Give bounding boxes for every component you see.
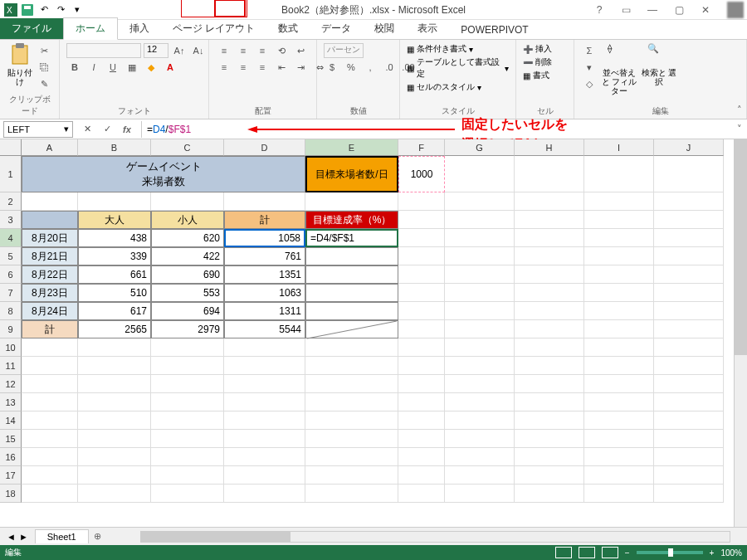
zoom-out-icon[interactable]: − <box>625 548 630 558</box>
view-pagebreak-icon[interactable] <box>602 547 618 558</box>
row-header[interactable]: 6 <box>0 265 22 284</box>
row-header[interactable]: 7 <box>0 284 22 302</box>
cell[interactable]: 計 <box>224 211 305 229</box>
format-cells-button[interactable]: ▦ 書式 <box>523 70 549 81</box>
sort-filter-button[interactable]: ⟠ 並べ替えと フィルター <box>601 43 637 95</box>
minimize-icon[interactable]: — <box>642 2 662 17</box>
horizontal-scrollbar[interactable] <box>140 531 730 543</box>
increase-font-icon[interactable]: A↑ <box>171 43 188 58</box>
font-color-button[interactable]: A <box>162 60 178 75</box>
ribbon-options-icon[interactable]: ▭ <box>616 2 636 17</box>
cell[interactable]: 大人 <box>78 211 151 229</box>
underline-button[interactable]: U <box>105 60 121 75</box>
name-box[interactable]: LEFT▾ <box>3 121 73 138</box>
col-header[interactable]: E <box>305 139 398 156</box>
col-header[interactable]: I <box>584 139 654 156</box>
align-mid-icon[interactable]: ≡ <box>235 43 251 58</box>
qat-dropdown-icon[interactable]: ▾ <box>70 2 85 17</box>
percent-icon[interactable]: % <box>343 60 359 75</box>
align-left-icon[interactable]: ≡ <box>216 60 232 75</box>
copy-icon[interactable]: ⿻ <box>36 60 52 75</box>
cancel-edit-icon[interactable]: ✕ <box>80 122 95 137</box>
cell-D4[interactable]: 1058 <box>224 229 305 247</box>
tab-powerpivot[interactable]: POWERPIVOT <box>449 21 540 39</box>
cell-goal-label[interactable]: 目標来場者数/日 <box>305 156 398 192</box>
scroll-thumb[interactable] <box>141 532 290 542</box>
sheet-nav-prev-icon[interactable]: ◄ <box>7 532 16 542</box>
inc-decimal-icon[interactable]: .0 <box>381 60 398 75</box>
view-normal-icon[interactable] <box>555 547 572 558</box>
row-header[interactable]: 8 <box>0 302 22 320</box>
cell[interactable]: 小人 <box>151 211 224 229</box>
select-all-corner[interactable] <box>0 139 22 156</box>
font-name-combo[interactable] <box>66 43 141 58</box>
row-header[interactable]: 4 <box>0 229 22 247</box>
cell-E4-active[interactable]: =D4/$F$1 <box>305 229 398 247</box>
maximize-icon[interactable]: ▢ <box>669 2 689 17</box>
row-header[interactable]: 3 <box>0 211 22 229</box>
col-header[interactable]: H <box>515 139 584 156</box>
undo-icon[interactable]: ↶ <box>37 2 51 17</box>
wrap-text-icon[interactable]: ↩ <box>292 43 309 58</box>
col-header[interactable]: B <box>78 139 151 156</box>
cell-diagonal[interactable] <box>305 320 398 338</box>
row-header[interactable]: 1 <box>0 156 22 192</box>
cell-F1[interactable]: 1000 <box>398 156 445 192</box>
border-button[interactable]: ▦ <box>124 60 140 75</box>
number-format-combo[interactable]: パーセン <box>324 43 364 58</box>
close-icon[interactable]: ✕ <box>696 2 715 17</box>
fx-icon[interactable]: fx <box>120 122 134 137</box>
cell[interactable] <box>22 211 78 229</box>
cell-title-merged[interactable]: ゲームイベント来場者数 <box>22 156 305 192</box>
tab-layout[interactable]: ページ レイアウト <box>161 18 266 39</box>
collapse-ribbon-icon[interactable]: ˄ <box>737 105 742 115</box>
redo-icon[interactable]: ↷ <box>53 2 68 17</box>
sheet-tab[interactable]: Sheet1 <box>35 529 89 543</box>
orientation-icon[interactable]: ⟲ <box>273 43 290 58</box>
tab-data[interactable]: データ <box>310 18 363 39</box>
zoom-slider[interactable] <box>637 551 703 554</box>
cond-format-button[interactable]: ▦ 条件付き書式 ▾ <box>407 43 473 55</box>
fill-icon[interactable]: ▾ <box>581 60 598 75</box>
col-header[interactable]: G <box>445 139 515 156</box>
indent-inc-icon[interactable]: ⇥ <box>292 60 309 75</box>
row-header[interactable]: 5 <box>0 247 22 265</box>
clear-icon[interactable]: ◇ <box>581 76 598 91</box>
tab-file[interactable]: ファイル <box>0 18 63 39</box>
format-painter-icon[interactable]: ✎ <box>36 76 52 91</box>
zoom-in-icon[interactable]: + <box>710 548 715 558</box>
vertical-scrollbar[interactable] <box>734 139 747 527</box>
bold-button[interactable]: B <box>66 60 83 75</box>
delete-cells-button[interactable]: ➖ 削除 <box>523 56 552 68</box>
col-header[interactable]: C <box>151 139 224 156</box>
col-header[interactable]: D <box>224 139 305 156</box>
decrease-font-icon[interactable]: A↓ <box>190 43 207 58</box>
view-layout-icon[interactable] <box>579 547 595 558</box>
paste-button[interactable]: 貼り付け <box>7 43 32 86</box>
font-size-combo[interactable]: 12 <box>144 43 168 58</box>
scroll-thumb[interactable] <box>735 139 747 355</box>
tab-formulas[interactable]: 数式 <box>266 18 310 39</box>
cell[interactable]: 目標達成率（%） <box>305 211 398 229</box>
row-header[interactable]: 9 <box>0 320 22 338</box>
sheet-nav-next-icon[interactable]: ► <box>19 532 28 542</box>
worksheet-grid[interactable]: A B C D E F G H I J 1 ゲームイベント来場者数 目標来場者数… <box>0 139 747 527</box>
cut-icon[interactable]: ✂ <box>36 43 52 58</box>
tab-review[interactable]: 校閲 <box>363 18 406 39</box>
insert-cells-button[interactable]: ➕ 挿入 <box>523 43 552 55</box>
expand-formula-bar-icon[interactable]: ˅ <box>732 124 747 134</box>
confirm-edit-icon[interactable]: ✓ <box>100 122 115 137</box>
fill-color-button[interactable]: ◆ <box>143 60 159 75</box>
align-bot-icon[interactable]: ≡ <box>254 43 271 58</box>
help-icon[interactable]: ? <box>589 2 609 17</box>
find-select-button[interactable]: 🔍 検索と 選択 <box>641 43 677 86</box>
save-icon[interactable] <box>20 2 35 17</box>
user-avatar[interactable] <box>727 2 744 18</box>
row-header[interactable]: 2 <box>0 192 22 211</box>
cell[interactable]: 438 <box>78 229 151 247</box>
currency-icon[interactable]: $ <box>324 60 340 75</box>
autosum-icon[interactable]: Σ <box>581 43 598 58</box>
indent-dec-icon[interactable]: ⇤ <box>273 60 290 75</box>
add-sheet-icon[interactable]: ⊕ <box>89 531 107 542</box>
tab-home[interactable]: ホーム <box>63 17 118 40</box>
